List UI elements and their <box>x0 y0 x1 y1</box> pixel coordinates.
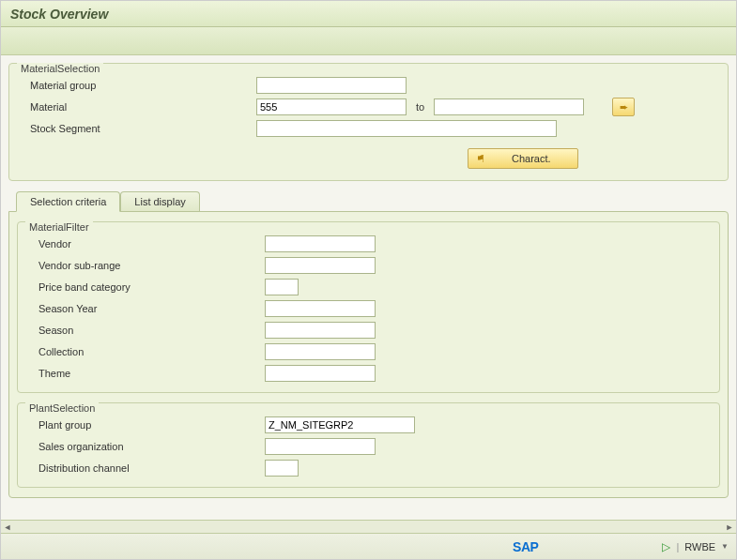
season-year-input[interactable] <box>265 300 376 317</box>
collection-label: Collection <box>25 346 265 357</box>
sales-org-input[interactable] <box>265 438 376 455</box>
scroll-left-icon[interactable]: ◄ <box>3 522 12 532</box>
plant-group-label: Plant group <box>25 419 265 431</box>
separator: | <box>676 541 679 552</box>
sales-org-label: Sales organization <box>25 441 265 452</box>
row-stock-segment: Stock Segment <box>17 118 720 139</box>
arrow-right-icon: ➨ <box>620 101 628 114</box>
play-icon[interactable]: ▷ <box>662 540 670 553</box>
page-title: Stock Overview <box>10 7 727 22</box>
material-filter-group: MaterialFilter Vendor Vendor sub-range P… <box>17 221 720 393</box>
material-label: Material <box>17 101 256 113</box>
tab-strip: Selection criteria List display <box>16 190 729 211</box>
season-year-label: Season Year <box>25 303 265 314</box>
material-group-input[interactable] <box>256 77 407 94</box>
dist-channel-input[interactable] <box>265 460 299 477</box>
tab-body: MaterialFilter Vendor Vendor sub-range P… <box>8 211 729 498</box>
material-selection-group: MaterialSelection Material group Materia… <box>8 63 729 181</box>
to-label: to <box>407 101 434 113</box>
theme-input[interactable] <box>265 365 376 382</box>
material-to-input[interactable] <box>434 98 584 115</box>
row-material: Material to ➨ <box>17 97 720 117</box>
dist-channel-label: Distribution channel <box>25 462 265 474</box>
vendor-label: Vendor <box>25 238 265 250</box>
stock-segment-input[interactable] <box>256 120 557 137</box>
price-band-input[interactable] <box>265 279 299 295</box>
title-bar: Stock Overview <box>1 1 736 27</box>
plant-selection-group: PlantSelection Plant group Sales organiz… <box>17 402 720 488</box>
scroll-right-icon[interactable]: ► <box>725 522 734 532</box>
material-selection-legend: MaterialSelection <box>17 63 103 74</box>
content-area: MaterialSelection Material group Materia… <box>1 55 736 524</box>
material-more-button[interactable]: ➨ <box>612 98 635 116</box>
vendor-subrange-label: Vendor sub-range <box>25 260 265 271</box>
status-bar: SAP ▷ | RWBE ▼ <box>1 533 736 559</box>
material-group-label: Material group <box>17 80 256 91</box>
flag-icon: ⚑ <box>476 153 485 165</box>
tab-list-display[interactable]: List display <box>120 191 199 212</box>
charact-button[interactable]: ⚑ Charact. <box>468 148 578 169</box>
collection-input[interactable] <box>265 343 376 360</box>
theme-label: Theme <box>25 368 265 379</box>
charact-button-label: Charact. <box>512 153 551 164</box>
season-input[interactable] <box>265 322 376 339</box>
plant-selection-legend: PlantSelection <box>25 402 99 414</box>
season-label: Season <box>25 325 265 336</box>
plant-group-input[interactable] <box>265 416 415 433</box>
material-input[interactable] <box>256 98 407 115</box>
material-filter-legend: MaterialFilter <box>25 221 93 233</box>
horizontal-scrollbar[interactable]: ◄ ► <box>1 520 736 533</box>
charact-row: ⚑ Charact. <box>17 148 720 169</box>
tab-selection-criteria[interactable]: Selection criteria <box>16 191 120 212</box>
row-material-group: Material group <box>17 75 720 96</box>
tcode-label[interactable]: RWBE <box>684 541 715 552</box>
vendor-input[interactable] <box>265 235 376 252</box>
toolbar-strip <box>1 27 736 55</box>
chevron-down-icon[interactable]: ▼ <box>721 542 729 551</box>
stock-segment-label: Stock Segment <box>17 123 256 134</box>
vendor-subrange-input[interactable] <box>265 257 376 274</box>
price-band-label: Price band category <box>25 281 265 293</box>
sap-logo: SAP <box>513 539 538 554</box>
